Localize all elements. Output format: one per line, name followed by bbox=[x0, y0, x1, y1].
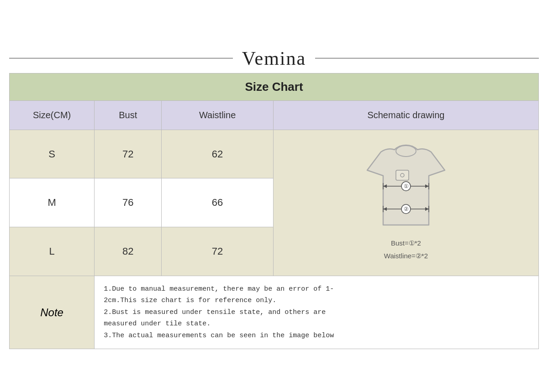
size-chart-table: Size Chart Size(CM) Bust Waistline Schem… bbox=[9, 73, 539, 350]
size-s: S bbox=[10, 130, 95, 178]
svg-text:②: ② bbox=[403, 206, 408, 212]
brand-line-left bbox=[9, 58, 233, 58]
table-title: Size Chart bbox=[10, 73, 539, 100]
table-row-s: S 72 62 bbox=[10, 130, 539, 178]
svg-point-0 bbox=[396, 146, 416, 157]
note-line-1: 1.Due to manual measurement, there may b… bbox=[104, 283, 529, 295]
svg-text:①: ① bbox=[403, 183, 408, 189]
page-container: Vemina Size Chart Size(CM) Bust Waistlin… bbox=[9, 43, 539, 350]
waistline-m: 66 bbox=[162, 178, 273, 227]
note-line-3: 2.Bust is measured under tensile state, … bbox=[104, 307, 529, 319]
note-row: Note 1.Due to manual measurement, there … bbox=[10, 276, 539, 349]
formula-container: Bust=①*2 Waistline=②*2 bbox=[384, 237, 428, 263]
bust-m: 76 bbox=[95, 178, 162, 227]
brand-line-right bbox=[315, 58, 539, 58]
waistline-formula: Waistline=②*2 bbox=[384, 250, 428, 263]
schematic-drawing-container: ① ② Bust=①*2 Waistline=②* bbox=[278, 143, 534, 263]
bust-s: 72 bbox=[95, 130, 162, 178]
title-row: Size Chart bbox=[10, 73, 539, 100]
note-label: Note bbox=[10, 276, 95, 349]
tshirt-svg: ① ② bbox=[356, 143, 456, 234]
header-bust: Bust bbox=[95, 100, 162, 130]
bust-formula: Bust=①*2 bbox=[384, 237, 428, 250]
note-line-5: 3.The actual measurements can be seen in… bbox=[104, 330, 529, 342]
header-size: Size(CM) bbox=[10, 100, 95, 130]
note-line-2: 2cm.This size chart is for reference onl… bbox=[104, 295, 529, 307]
bust-l: 82 bbox=[95, 227, 162, 276]
note-line-4: measured under tile state. bbox=[104, 318, 529, 330]
svg-rect-1 bbox=[396, 170, 409, 180]
header-schematic: Schematic drawing bbox=[273, 100, 538, 130]
waistline-l: 72 bbox=[162, 227, 273, 276]
brand-header: Vemina bbox=[9, 43, 539, 73]
size-m: M bbox=[10, 178, 95, 227]
schematic-drawing-cell: ① ② Bust=①*2 Waistline=②* bbox=[273, 130, 538, 276]
brand-name: Vemina bbox=[233, 47, 315, 69]
header-waistline: Waistline bbox=[162, 100, 273, 130]
waistline-s: 62 bbox=[162, 130, 273, 178]
size-l: L bbox=[10, 227, 95, 276]
header-row: Size(CM) Bust Waistline Schematic drawin… bbox=[10, 100, 539, 130]
note-content: 1.Due to manual measurement, there may b… bbox=[95, 276, 539, 349]
